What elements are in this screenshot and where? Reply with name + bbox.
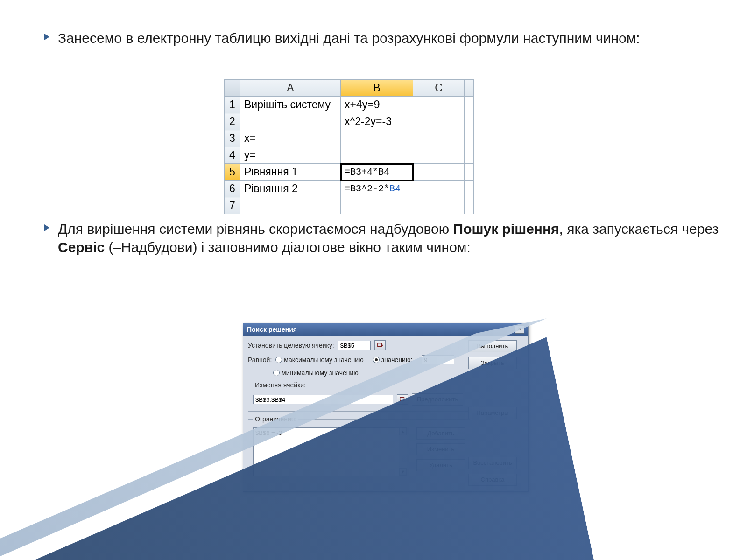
cell-C2[interactable] bbox=[413, 113, 465, 130]
cell-D7[interactable] bbox=[465, 197, 474, 214]
bullet-2-bold2: Сервіс bbox=[58, 239, 105, 255]
col-header-extra[interactable] bbox=[465, 80, 474, 97]
radio-min[interactable]: минимальному значению bbox=[273, 369, 359, 377]
col-header-B[interactable]: B bbox=[341, 80, 413, 97]
radio-dot-icon bbox=[275, 357, 282, 363]
row-header-6[interactable]: 6 bbox=[225, 181, 240, 197]
bullet-1: Занесемо в електронну таблицю вихідні да… bbox=[0, 29, 747, 47]
radio-dot-icon bbox=[373, 357, 380, 363]
collapse-ref-icon bbox=[377, 342, 383, 349]
bullet-2-part1: Для вирішення системи рівнянь скористаєм… bbox=[58, 221, 453, 237]
bullet-2-part3: (–Надбудови) і заповнимо діалогове вікно… bbox=[105, 239, 471, 255]
cell-B6-prefix: =B3^2-2* bbox=[345, 183, 389, 194]
cell-D6[interactable] bbox=[465, 181, 474, 197]
target-ref-button[interactable] bbox=[374, 340, 386, 350]
excel-corner[interactable] bbox=[225, 80, 240, 97]
excel-snippet: A B C 1 Вирішіть систему x+4y=9 2 x^2-2y… bbox=[224, 79, 474, 214]
cell-A1[interactable]: Вирішіть систему bbox=[240, 97, 341, 113]
target-cell-label: Установить целевую ячейку: bbox=[248, 342, 334, 349]
equal-label: Равной: bbox=[248, 356, 272, 364]
row-header-7[interactable]: 7 bbox=[225, 197, 240, 214]
cell-C5[interactable] bbox=[413, 164, 465, 181]
cell-D4[interactable] bbox=[465, 147, 474, 164]
cell-B2[interactable]: x^2-2y=-3 bbox=[341, 113, 413, 130]
radio-value-label: значению: bbox=[381, 356, 413, 364]
bullet-1-text: Занесемо в електронну таблицю вихідні да… bbox=[58, 29, 719, 47]
cell-A2[interactable] bbox=[240, 113, 341, 130]
cell-D3[interactable] bbox=[465, 130, 474, 147]
col-header-A[interactable]: A bbox=[240, 80, 341, 97]
solver-title: Поиск решения bbox=[247, 326, 297, 333]
bullet-2: Для вирішення системи рівнянь скористаєм… bbox=[0, 220, 747, 256]
radio-min-label: минимальному значению bbox=[282, 369, 359, 377]
row-header-5[interactable]: 5 bbox=[225, 164, 240, 181]
bullet-2-text: Для вирішення системи рівнянь скористаєм… bbox=[58, 220, 719, 256]
radio-max[interactable]: максимальному значению bbox=[275, 356, 363, 364]
row-header-3[interactable]: 3 bbox=[225, 130, 240, 147]
cell-B5[interactable]: =B3+4*B4 bbox=[341, 164, 413, 181]
cell-C1[interactable] bbox=[413, 97, 465, 113]
cell-A4[interactable]: y= bbox=[240, 147, 341, 164]
col-header-C[interactable]: C bbox=[413, 80, 465, 97]
svg-rect-0 bbox=[377, 343, 381, 347]
cell-D1[interactable] bbox=[465, 97, 474, 113]
changing-cells-legend: Изменяя ячейки: bbox=[253, 381, 308, 389]
cell-B6-ref: B4 bbox=[389, 183, 401, 194]
bullet-2-part2: , яка запускається через bbox=[559, 221, 719, 237]
cell-B1[interactable]: x+4y=9 bbox=[341, 97, 413, 113]
bullet-arrow-icon bbox=[44, 34, 49, 40]
cell-C3[interactable] bbox=[413, 130, 465, 147]
cell-D5[interactable] bbox=[465, 164, 474, 181]
target-cell-input[interactable] bbox=[338, 341, 371, 350]
cell-A3[interactable]: x= bbox=[240, 130, 341, 147]
cell-D2[interactable] bbox=[465, 113, 474, 130]
cell-C6[interactable] bbox=[413, 181, 465, 197]
cell-C4[interactable] bbox=[413, 147, 465, 164]
cell-B4[interactable] bbox=[341, 147, 413, 164]
row-header-4[interactable]: 4 bbox=[225, 147, 240, 164]
cell-A6[interactable]: Рівняння 2 bbox=[240, 181, 341, 197]
radio-dot-icon bbox=[273, 370, 280, 376]
cell-B7[interactable] bbox=[341, 197, 413, 214]
radio-value[interactable]: значению: bbox=[373, 356, 413, 364]
row-header-1[interactable]: 1 bbox=[225, 97, 240, 113]
bullet-2-bold1: Пошук рішення bbox=[453, 221, 559, 237]
cell-C7[interactable] bbox=[413, 197, 465, 214]
cell-B3[interactable] bbox=[341, 130, 413, 147]
cell-A5[interactable]: Рівняння 1 bbox=[240, 164, 341, 181]
bullet-arrow-icon bbox=[44, 224, 49, 231]
cell-A7[interactable] bbox=[240, 197, 341, 214]
radio-max-label: максимальному значению bbox=[284, 356, 363, 364]
row-header-2[interactable]: 2 bbox=[225, 113, 240, 130]
cell-B6[interactable]: =B3^2-2*B4 bbox=[341, 181, 413, 197]
